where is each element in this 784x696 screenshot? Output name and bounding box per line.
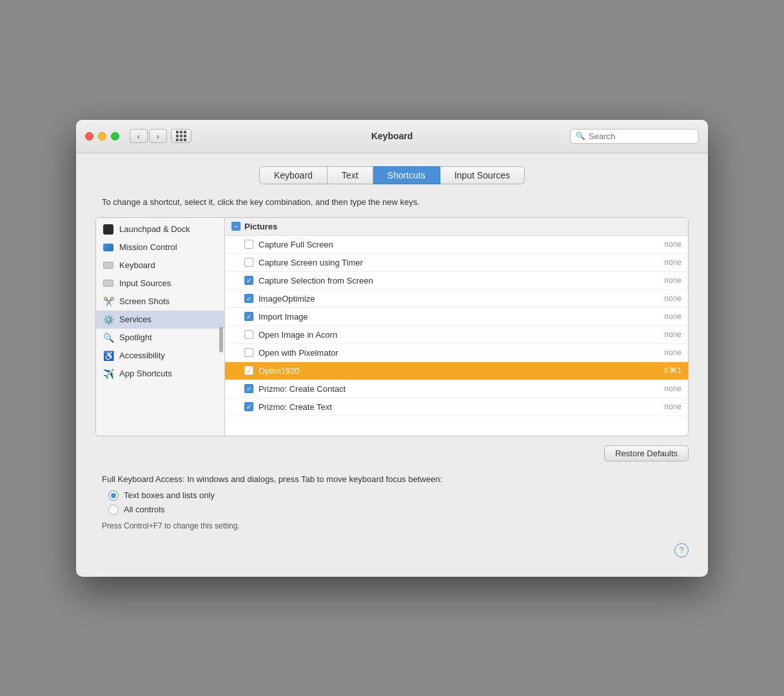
shortcut-key-open-acorn: none <box>664 330 681 339</box>
shortcut-row-open-acorn[interactable]: Open Image in Acorn none <box>225 326 688 344</box>
radio-label-text-boxes: Text boxes and lists only <box>124 490 215 500</box>
shortcuts-panel: Launchpad & Dock Mission Control Keyboar… <box>95 217 689 436</box>
accessibility-icon: ♿ <box>103 350 114 362</box>
shortcut-label-optim1920: Optim1920 <box>259 366 658 376</box>
sidebar-label-app-shortcuts: App Shortcuts <box>119 369 172 378</box>
sidebar-item-screen-shots[interactable]: ✂️ Screen Shots <box>96 293 224 311</box>
shortcut-label-capture-timer: Capture Screen using Timer <box>259 258 659 267</box>
checkbox-prizmo-text[interactable]: ✓ <box>244 402 253 411</box>
minimize-button[interactable] <box>98 132 106 140</box>
shortcut-row-prizmo-text[interactable]: ✓ Prizmo: Create Text none <box>225 398 688 416</box>
titlebar: ‹ › Keyboard 🔍 <box>76 120 708 153</box>
checkbox-capture-full[interactable] <box>244 240 253 249</box>
search-box[interactable]: 🔍 <box>570 129 699 144</box>
launchpad-icon <box>103 224 114 235</box>
sidebar-item-keyboard[interactable]: Keyboard <box>96 256 224 275</box>
sidebar-label-keyboard: Keyboard <box>119 260 155 270</box>
sidebar-item-mission-control[interactable]: Mission Control <box>96 238 224 256</box>
radio-button-text-boxes[interactable] <box>108 490 119 501</box>
forward-button[interactable]: › <box>149 129 167 143</box>
traffic-lights <box>85 132 119 140</box>
sidebar-item-accessibility[interactable]: ♿ Accessibility <box>96 347 224 365</box>
sidebar-label-services: Services <box>119 314 152 324</box>
shortcut-label-open-acorn: Open Image in Acorn <box>259 330 659 340</box>
shortcut-row-optim1920[interactable]: ✓ Optim1920 ⇧⌘1 <box>225 362 688 380</box>
keyboard-preferences-window: ‹ › Keyboard 🔍 Keyboard Text Shortcuts I… <box>76 120 708 577</box>
maximize-button[interactable] <box>111 132 119 140</box>
radio-group: Text boxes and lists only All controls <box>108 490 682 515</box>
checkbox-open-pixelmator[interactable] <box>244 348 253 357</box>
radio-button-all-controls[interactable] <box>108 505 119 515</box>
app-shortcuts-icon: ✈️ <box>103 368 114 380</box>
radio-item-text-boxes[interactable]: Text boxes and lists only <box>108 490 682 501</box>
shortcut-label-capture-full: Capture Full Screen <box>259 240 659 249</box>
keyboard-icon <box>103 260 114 271</box>
shortcut-key-prizmo-text: none <box>664 402 681 411</box>
checkbox-open-acorn[interactable] <box>244 330 253 339</box>
content-area: Keyboard Text Shortcuts Input Sources To… <box>76 153 708 577</box>
radio-label-all-controls: All controls <box>124 505 165 514</box>
shortcut-row-prizmo-contact[interactable]: ✓ Prizmo: Create Contact none <box>225 380 688 398</box>
shortcut-key-capture-timer: none <box>664 258 681 267</box>
shortcut-key-open-pixelmator: none <box>664 348 681 357</box>
sidebar: Launchpad & Dock Mission Control Keyboar… <box>96 218 225 436</box>
mission-control-icon <box>103 242 114 253</box>
sidebar-item-services[interactable]: ⚙️ Services <box>96 311 224 329</box>
shortcut-key-capture-selection: none <box>664 276 681 285</box>
bottom-area: Restore Defaults <box>95 445 689 461</box>
sidebar-item-input-sources[interactable]: Input Sources <box>96 275 224 293</box>
screen-shots-icon: ✂️ <box>103 296 114 307</box>
chevron-right-icon: › <box>157 131 159 141</box>
sidebar-item-launchpad[interactable]: Launchpad & Dock <box>96 220 224 238</box>
keyboard-access-section: Full Keyboard Access: In windows and dia… <box>95 474 689 530</box>
chevron-left-icon: ‹ <box>137 131 140 141</box>
grid-view-button[interactable] <box>171 129 191 143</box>
sidebar-label-mission-control: Mission Control <box>119 242 177 252</box>
group-name-pictures: Pictures <box>244 222 277 231</box>
checkbox-prizmo-contact[interactable]: ✓ <box>244 384 253 393</box>
window-title: Keyboard <box>371 131 413 141</box>
checkbox-imageoptimize[interactable]: ✓ <box>244 294 253 303</box>
tab-keyboard[interactable]: Keyboard <box>259 166 328 184</box>
help-button[interactable]: ? <box>674 543 689 557</box>
shortcut-label-prizmo-contact: Prizmo: Create Contact <box>259 384 659 394</box>
sidebar-label-launchpad: Launchpad & Dock <box>119 224 190 234</box>
back-button[interactable]: ‹ <box>130 129 148 143</box>
tab-input-sources[interactable]: Input Sources <box>440 166 525 184</box>
shortcut-key-optim1920: ⇧⌘1 <box>663 366 681 375</box>
search-input[interactable] <box>589 131 693 141</box>
tab-shortcuts[interactable]: Shortcuts <box>373 166 440 184</box>
tabs-bar: Keyboard Text Shortcuts Input Sources <box>95 166 689 184</box>
shortcut-key-imageoptimize: none <box>664 294 681 303</box>
sidebar-label-spotlight: Spotlight <box>119 333 152 342</box>
shortcut-key-import-image: none <box>664 312 681 321</box>
sidebar-scrollbar[interactable] <box>219 220 223 433</box>
shortcut-row-import-image[interactable]: ✓ Import Image none <box>225 308 688 326</box>
shortcut-row-open-pixelmator[interactable]: Open with Pixelmator none <box>225 344 688 362</box>
shortcut-row-capture-selection[interactable]: ✓ Capture Selection from Screen none <box>225 272 688 290</box>
checkbox-optim1920[interactable]: ✓ <box>244 366 253 375</box>
checkbox-import-image[interactable]: ✓ <box>244 312 253 321</box>
checkbox-capture-selection[interactable]: ✓ <box>244 276 253 285</box>
keyboard-access-title: Full Keyboard Access: In windows and dia… <box>102 474 682 484</box>
shortcut-row-imageoptimize[interactable]: ✓ ImageOptimize none <box>225 290 688 308</box>
radio-item-all-controls[interactable]: All controls <box>108 505 682 515</box>
shortcut-label-open-pixelmator: Open with Pixelmator <box>259 348 659 358</box>
tab-text[interactable]: Text <box>328 166 373 184</box>
shortcuts-list-panel: − Pictures Capture Full Screen none Capt… <box>225 218 688 436</box>
sidebar-item-app-shortcuts[interactable]: ✈️ App Shortcuts <box>96 365 224 383</box>
collapse-button[interactable]: − <box>231 222 240 231</box>
sidebar-label-input-sources: Input Sources <box>119 278 171 288</box>
shortcut-key-capture-full: none <box>664 240 681 249</box>
close-button[interactable] <box>85 132 93 140</box>
checkbox-capture-timer[interactable] <box>244 258 253 267</box>
shortcut-row-capture-timer[interactable]: Capture Screen using Timer none <box>225 254 688 272</box>
shortcut-label-import-image: Import Image <box>259 312 659 322</box>
nav-buttons: ‹ › <box>130 129 167 143</box>
sidebar-scrollbar-thumb <box>219 327 223 353</box>
restore-defaults-button[interactable]: Restore Defaults <box>604 445 689 461</box>
search-icon: 🔍 <box>576 131 585 140</box>
spotlight-icon: 🔍 <box>103 332 114 343</box>
shortcut-row-capture-full[interactable]: Capture Full Screen none <box>225 236 688 254</box>
sidebar-item-spotlight[interactable]: 🔍 Spotlight <box>96 329 224 347</box>
